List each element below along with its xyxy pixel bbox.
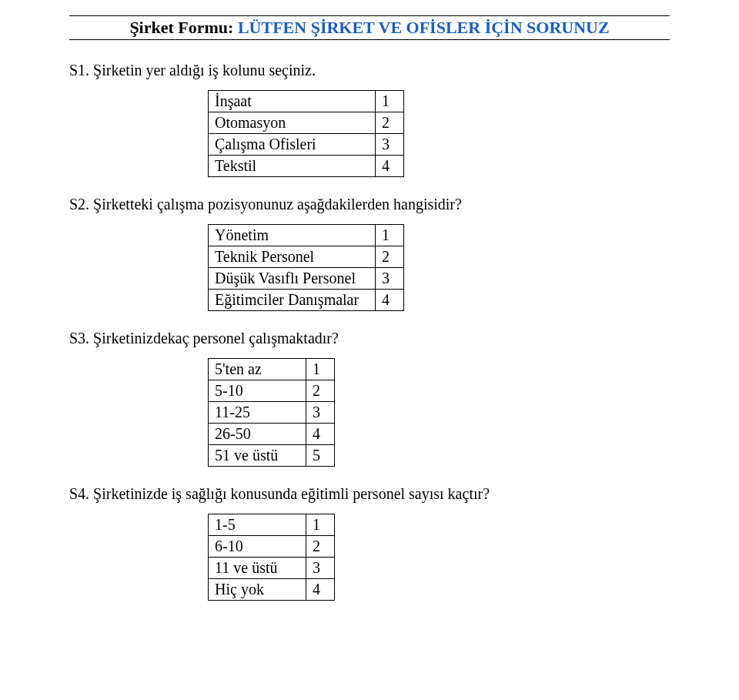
table-row: Tekstil 4 xyxy=(209,156,404,177)
question-s2-text: S2. Şirketteki çalışma pozisyonunuz aşağ… xyxy=(69,196,670,213)
table-row: Otomasyon 2 xyxy=(209,112,404,134)
option-code: 5 xyxy=(306,445,335,467)
table-row: Hiç yok 4 xyxy=(209,579,335,601)
table-row: Yönetim 1 xyxy=(209,225,404,246)
form-title: Şirket Formu: LÜTFEN ŞİRKET VE OFİSLER İ… xyxy=(69,18,670,38)
option-code: 2 xyxy=(376,246,404,268)
table-row: 51 ve üstü 5 xyxy=(209,445,335,467)
table-row: 1-5 1 xyxy=(209,514,335,536)
document-page: Şirket Formu: LÜTFEN ŞİRKET VE OFİSLER İ… xyxy=(0,0,739,650)
option-code: 3 xyxy=(306,558,335,579)
question-s2-options: Yönetim 1 Teknik Personel 2 Düşük Vasıfl… xyxy=(208,224,404,311)
option-code: 4 xyxy=(306,579,335,601)
option-label: 11 ve üstü xyxy=(209,558,306,579)
option-code: 4 xyxy=(376,156,404,177)
option-label: Eğitimciler Danışmalar xyxy=(209,290,376,311)
table-row: 5'ten az 1 xyxy=(209,359,335,380)
question-s3: S3. Şirketinizdekaç personel çalışmaktad… xyxy=(69,330,670,467)
option-label: 5-10 xyxy=(209,380,306,402)
table-row: Teknik Personel 2 xyxy=(209,246,404,268)
table-row: 6-10 2 xyxy=(209,536,335,558)
option-code: 1 xyxy=(376,91,404,112)
option-label: Hiç yok xyxy=(209,579,306,601)
question-s1-text: S1. Şirketin yer aldığı iş kolunu seçini… xyxy=(69,62,670,79)
option-code: 1 xyxy=(306,359,335,380)
question-s3-options: 5'ten az 1 5-10 2 11-25 3 26-50 4 51 ve … xyxy=(208,358,335,467)
option-label: Çalışma Ofisleri xyxy=(209,134,376,156)
question-s1-options: İnşaat 1 Otomasyon 2 Çalışma Ofisleri 3 … xyxy=(208,90,404,177)
question-s2: S2. Şirketteki çalışma pozisyonunuz aşağ… xyxy=(69,196,670,311)
option-label: 6-10 xyxy=(209,536,306,558)
form-title-bar: Şirket Formu: LÜTFEN ŞİRKET VE OFİSLER İ… xyxy=(69,15,670,40)
option-label: 51 ve üstü xyxy=(209,445,306,467)
option-code: 3 xyxy=(376,134,404,156)
table-row: İnşaat 1 xyxy=(209,91,404,112)
form-title-prefix: Şirket Formu: xyxy=(129,18,238,37)
option-label: 11-25 xyxy=(209,402,306,424)
table-row: 26-50 4 xyxy=(209,424,335,445)
table-row: 11 ve üstü 3 xyxy=(209,558,335,579)
option-label: 1-5 xyxy=(209,514,306,536)
table-row: 5-10 2 xyxy=(209,380,335,402)
question-s4: S4. Şirketinizde iş sağlığı konusunda eğ… xyxy=(69,485,670,601)
question-s1: S1. Şirketin yer aldığı iş kolunu seçini… xyxy=(69,62,670,177)
option-code: 2 xyxy=(376,112,404,134)
option-code: 2 xyxy=(306,380,335,402)
option-label: Yönetim xyxy=(209,225,376,246)
option-code: 3 xyxy=(306,402,335,424)
option-label: Otomasyon xyxy=(209,112,376,134)
option-label: İnşaat xyxy=(209,91,376,112)
option-label: 26-50 xyxy=(209,424,306,445)
table-row: 11-25 3 xyxy=(209,402,335,424)
option-code: 4 xyxy=(306,424,335,445)
option-label: 5'ten az xyxy=(209,359,306,380)
option-code: 1 xyxy=(306,514,335,536)
option-code: 4 xyxy=(376,290,404,311)
option-label: Tekstil xyxy=(209,156,376,177)
table-row: Düşük Vasıflı Personel 3 xyxy=(209,268,404,290)
option-label: Teknik Personel xyxy=(209,246,376,268)
table-row: Eğitimciler Danışmalar 4 xyxy=(209,290,404,311)
question-s4-text: S4. Şirketinizde iş sağlığı konusunda eğ… xyxy=(69,485,670,503)
table-row: Çalışma Ofisleri 3 xyxy=(209,134,404,156)
option-label: Düşük Vasıflı Personel xyxy=(209,268,376,290)
question-s3-text: S3. Şirketinizdekaç personel çalışmaktad… xyxy=(69,330,670,347)
question-s4-options: 1-5 1 6-10 2 11 ve üstü 3 Hiç yok 4 xyxy=(208,514,335,601)
form-title-emphasis: LÜTFEN ŞİRKET VE OFİSLER İÇİN SORUNUZ xyxy=(238,18,610,37)
option-code: 2 xyxy=(306,536,335,558)
option-code: 1 xyxy=(376,225,404,246)
option-code: 3 xyxy=(376,268,404,290)
